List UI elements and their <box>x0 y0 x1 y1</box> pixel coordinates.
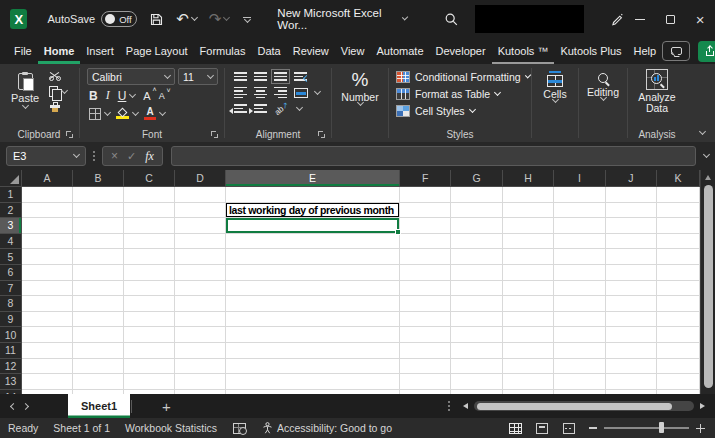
cell-D9[interactable] <box>175 312 226 328</box>
cell-A11[interactable] <box>22 343 73 359</box>
cell-J11[interactable] <box>606 343 657 359</box>
cell-D6[interactable] <box>175 265 226 281</box>
cell-J7[interactable] <box>606 281 657 297</box>
cell-H6[interactable] <box>503 265 554 281</box>
cell-A12[interactable] <box>22 359 73 375</box>
cut-button[interactable] <box>49 70 61 81</box>
name-box[interactable]: E3 <box>6 146 86 166</box>
cell-E12[interactable] <box>226 359 400 375</box>
align-left-button[interactable] <box>234 87 247 99</box>
cell-F2[interactable] <box>400 203 451 219</box>
cell-A13[interactable] <box>22 374 73 390</box>
cell-D3[interactable] <box>175 218 226 234</box>
copy-button[interactable] <box>49 86 58 97</box>
row-header-2[interactable]: 2 <box>0 203 22 219</box>
cell-D8[interactable] <box>175 296 226 312</box>
italic-button[interactable]: I <box>106 88 110 103</box>
tab-insert[interactable]: Insert <box>80 38 120 64</box>
cell-H9[interactable] <box>503 312 554 328</box>
horizontal-scrollbar-thumb[interactable] <box>477 403 672 410</box>
page-layout-view-button[interactable] <box>535 422 549 434</box>
cell-A10[interactable] <box>22 327 73 343</box>
autosave-control[interactable]: AutoSave Off <box>47 11 137 27</box>
scroll-right-arrow-icon[interactable] <box>700 403 705 409</box>
cell-B10[interactable] <box>73 327 124 343</box>
font-dialog-launcher-icon[interactable] <box>211 131 219 139</box>
workbook-statistics-button[interactable]: Workbook Statistics <box>125 422 217 434</box>
select-all-button[interactable] <box>0 170 22 187</box>
cell-B4[interactable] <box>73 234 124 250</box>
orientation-button[interactable]: ab↗ <box>273 100 291 117</box>
cell-F3[interactable] <box>400 218 451 234</box>
cell-B8[interactable] <box>73 296 124 312</box>
cell-C2[interactable] <box>124 203 175 219</box>
cell-B1[interactable] <box>73 187 124 203</box>
cell-H12[interactable] <box>503 359 554 375</box>
cell-H10[interactable] <box>503 327 554 343</box>
middle-align-button[interactable] <box>254 72 267 80</box>
cell-F13[interactable] <box>400 374 451 390</box>
chevron-down-icon[interactable] <box>132 108 139 115</box>
cell-J3[interactable] <box>606 218 657 234</box>
cell-E3[interactable] <box>226 218 400 234</box>
cell-I10[interactable] <box>554 327 605 343</box>
chevron-down-icon[interactable] <box>191 14 198 21</box>
cell-J8[interactable] <box>606 296 657 312</box>
tab-file[interactable]: File <box>8 38 38 64</box>
customize-quick-access-button[interactable] <box>243 17 251 22</box>
cell-I12[interactable] <box>554 359 605 375</box>
column-header-H[interactable]: H <box>503 170 554 187</box>
cell-F9[interactable] <box>400 312 451 328</box>
row-header-7[interactable]: 7 <box>0 281 22 297</box>
cell-G8[interactable] <box>451 296 502 312</box>
cell-J4[interactable] <box>606 234 657 250</box>
cell-K10[interactable] <box>657 327 700 343</box>
font-size-select[interactable]: 11 <box>178 68 218 85</box>
autosave-toggle[interactable]: Off <box>101 11 137 27</box>
cell-C12[interactable] <box>124 359 175 375</box>
normal-view-button[interactable] <box>508 422 522 434</box>
cell-A1[interactable] <box>22 187 73 203</box>
cell-G13[interactable] <box>451 374 502 390</box>
row-header-12[interactable]: 12 <box>0 359 22 375</box>
cell-G6[interactable] <box>451 265 502 281</box>
cell-B5[interactable] <box>73 249 124 265</box>
cell-D10[interactable] <box>175 327 226 343</box>
cell-B2[interactable] <box>73 203 124 219</box>
cell-F6[interactable] <box>400 265 451 281</box>
collapse-ribbon-chevron-icon[interactable] <box>699 128 706 135</box>
enter-button[interactable]: ✓ <box>127 151 136 162</box>
chevron-down-icon[interactable] <box>223 14 230 21</box>
cell-K7[interactable] <box>657 281 700 297</box>
cell-H3[interactable] <box>503 218 554 234</box>
tab-view[interactable]: View <box>335 38 371 64</box>
cell-G3[interactable] <box>451 218 502 234</box>
cell-B7[interactable] <box>73 281 124 297</box>
tab-automate[interactable]: Automate <box>370 38 429 64</box>
cell-C3[interactable] <box>124 218 175 234</box>
cell-B6[interactable] <box>73 265 124 281</box>
insert-function-button[interactable]: fx <box>145 150 154 162</box>
cell-K13[interactable] <box>657 374 700 390</box>
cell-K8[interactable] <box>657 296 700 312</box>
chevron-down-icon[interactable] <box>129 90 136 97</box>
cell-H7[interactable] <box>503 281 554 297</box>
cell-I6[interactable] <box>554 265 605 281</box>
cell-I3[interactable] <box>554 218 605 234</box>
cell-D7[interactable] <box>175 281 226 297</box>
share-button[interactable] <box>698 41 715 62</box>
cell-C1[interactable] <box>124 187 175 203</box>
cell-A6[interactable] <box>22 265 73 281</box>
tab-review[interactable]: Review <box>287 38 335 64</box>
cell-F12[interactable] <box>400 359 451 375</box>
paste-button[interactable]: Paste <box>8 73 42 108</box>
cell-K1[interactable] <box>657 187 700 203</box>
cell-K5[interactable] <box>657 249 700 265</box>
cell-C7[interactable] <box>124 281 175 297</box>
cell-F8[interactable] <box>400 296 451 312</box>
tab-page-layout[interactable]: Page Layout <box>120 38 194 64</box>
row-header-3[interactable]: 3 <box>0 218 22 234</box>
expand-formula-bar-chevron-icon[interactable] <box>703 151 710 158</box>
column-header-J[interactable]: J <box>606 170 657 187</box>
cell-I1[interactable] <box>554 187 605 203</box>
